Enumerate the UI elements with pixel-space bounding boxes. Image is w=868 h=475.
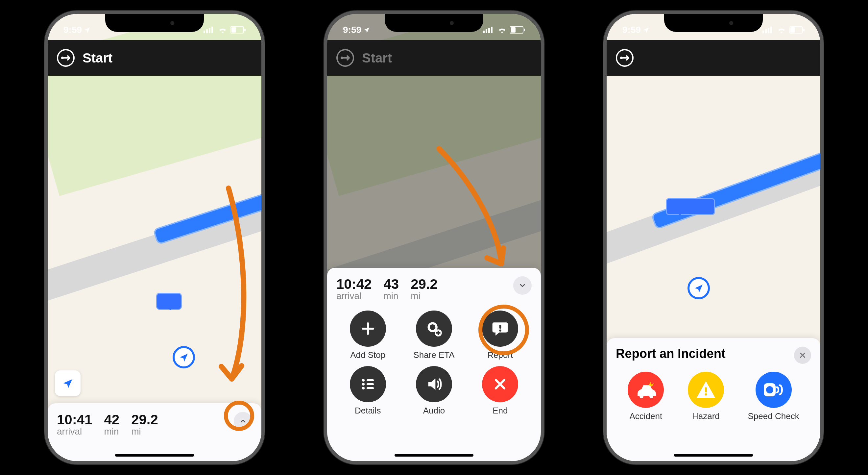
svg-point-38 xyxy=(705,393,707,396)
list-icon xyxy=(360,376,376,392)
svg-rect-6 xyxy=(244,29,246,31)
svg-point-23 xyxy=(362,383,365,386)
svg-rect-3 xyxy=(211,27,213,33)
battery-icon xyxy=(510,26,525,34)
share-eta-icon xyxy=(426,320,442,337)
wifi-icon xyxy=(218,27,227,33)
svg-rect-29 xyxy=(768,28,769,33)
home-indicator xyxy=(115,454,194,456)
svg-point-25 xyxy=(362,387,365,389)
hazard-label: Hazard xyxy=(692,411,720,421)
status-time: 9:59 xyxy=(622,25,641,35)
svg-rect-2 xyxy=(209,28,210,33)
roundabout-icon xyxy=(336,49,354,67)
accident-icon xyxy=(634,380,657,400)
phone-step-1: 9:59 Start 10:41arrival 42min 29.2 xyxy=(44,10,265,465)
end-label: End xyxy=(493,406,508,416)
home-indicator xyxy=(674,454,753,456)
svg-rect-1 xyxy=(206,29,208,33)
speed-check-icon xyxy=(763,381,785,399)
cellular-icon xyxy=(483,27,494,33)
arrival-time: 10:42 xyxy=(336,276,372,292)
status-time: 9:59 xyxy=(343,25,361,35)
map-canvas[interactable] xyxy=(48,14,261,461)
accident-option[interactable]: Accident xyxy=(628,372,664,421)
location-services-icon xyxy=(643,27,649,33)
svg-point-36 xyxy=(649,394,653,398)
current-location-marker xyxy=(156,293,182,310)
plus-icon xyxy=(360,321,376,336)
svg-point-35 xyxy=(640,394,644,398)
svg-rect-27 xyxy=(763,31,764,33)
roundabout-icon xyxy=(57,49,74,67)
svg-point-40 xyxy=(766,386,773,393)
svg-rect-8 xyxy=(483,31,485,33)
nav-direction-title: Start xyxy=(83,51,113,65)
svg-rect-24 xyxy=(367,383,374,385)
svg-point-21 xyxy=(362,379,365,382)
highlight-ring xyxy=(478,305,529,355)
arrival-label: arrival xyxy=(336,291,372,301)
battery-icon xyxy=(230,26,246,34)
svg-rect-32 xyxy=(790,27,795,33)
arrival-time: 10:41 xyxy=(57,412,92,427)
roundabout-icon xyxy=(616,49,633,67)
sheet-title: Report an Incident xyxy=(616,347,725,361)
route-metrics: 10:42arrival 43min 29.2mi xyxy=(336,276,438,301)
details-action[interactable]: Details xyxy=(336,366,399,416)
collapse-tray-button[interactable] xyxy=(513,276,532,295)
audio-label: Audio xyxy=(423,406,445,416)
report-incident-sheet[interactable]: Report an Incident Accident Hazard Speed… xyxy=(607,338,820,461)
svg-rect-28 xyxy=(765,29,767,33)
phone-step-2: 9:59 Start 10:42arrival 43min 29.2mi xyxy=(324,10,544,465)
minutes-label: min xyxy=(383,291,399,301)
chevron-down-icon xyxy=(519,281,526,290)
svg-rect-22 xyxy=(367,379,374,381)
distance-value: 29.2 xyxy=(131,412,158,427)
details-label: Details xyxy=(355,406,381,416)
notch xyxy=(664,14,763,32)
svg-rect-30 xyxy=(770,27,772,33)
highlight-ring xyxy=(224,400,254,431)
distance-label: mi xyxy=(131,426,158,437)
arrival-label: arrival xyxy=(57,426,92,437)
audio-action[interactable]: Audio xyxy=(402,366,465,416)
distance-value: 29.2 xyxy=(411,276,438,292)
share-eta-action[interactable]: Share ETA xyxy=(402,310,465,360)
route-metrics: 10:41arrival 42min 29.2mi xyxy=(57,412,158,437)
svg-rect-10 xyxy=(488,28,490,33)
close-icon xyxy=(799,352,806,359)
add-stop-label: Add Stop xyxy=(350,350,385,360)
minutes-value: 42 xyxy=(104,412,119,427)
speed-check-option[interactable]: Speed Check xyxy=(748,372,799,421)
heading-indicator xyxy=(173,346,195,368)
cellular-icon xyxy=(763,27,774,33)
svg-rect-0 xyxy=(204,31,205,33)
x-icon xyxy=(493,377,507,391)
svg-rect-5 xyxy=(231,27,236,33)
recenter-button[interactable] xyxy=(55,370,81,396)
speed-check-label: Speed Check xyxy=(748,411,799,421)
cellular-icon xyxy=(204,27,215,33)
hazard-option[interactable]: Hazard xyxy=(688,372,724,421)
svg-rect-33 xyxy=(803,29,805,31)
svg-rect-14 xyxy=(524,29,525,31)
accident-label: Accident xyxy=(629,411,662,421)
add-stop-action[interactable]: Add Stop xyxy=(336,310,399,360)
current-location-marker xyxy=(666,198,715,215)
route-tray-expanded[interactable]: 10:42arrival 43min 29.2mi Add Stop Share… xyxy=(327,268,541,461)
notch xyxy=(105,14,204,32)
location-services-icon xyxy=(363,27,370,33)
svg-rect-13 xyxy=(511,27,516,33)
distance-label: mi xyxy=(411,291,438,301)
wifi-icon xyxy=(777,27,786,33)
end-action[interactable]: End xyxy=(469,366,532,416)
svg-rect-11 xyxy=(491,27,493,33)
wifi-icon xyxy=(497,27,507,33)
svg-point-17 xyxy=(430,324,435,330)
minutes-label: min xyxy=(104,426,119,437)
close-button[interactable] xyxy=(794,347,811,364)
speaker-icon xyxy=(426,376,442,393)
location-arrow-icon xyxy=(62,377,74,389)
navigation-banner: Start xyxy=(48,40,261,76)
